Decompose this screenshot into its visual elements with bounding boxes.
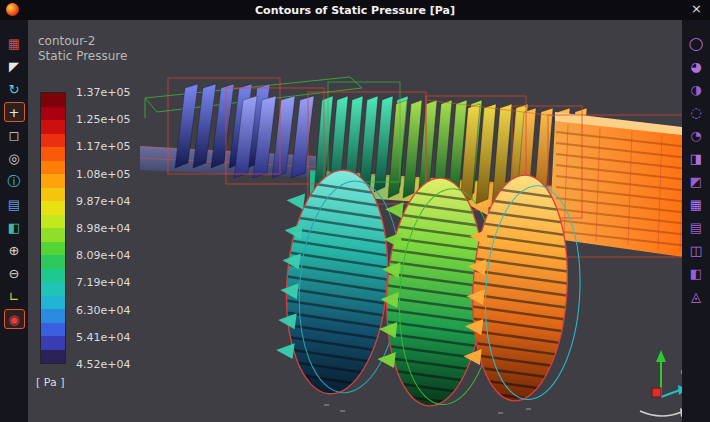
window-title: Contours of Static Pressure [Pa] [255, 4, 455, 17]
colorbar-tick-label: 6.30e+04 [76, 303, 130, 316]
colorbar-band [41, 323, 65, 337]
right-toolbar: ◯◕◑◌◔◨◩▦▤◫◧◬ [682, 20, 710, 422]
zoom-out-icon[interactable]: ⊖ [4, 263, 25, 283]
magnifier-icon[interactable]: ◎ [4, 148, 25, 168]
box-icon[interactable]: ◧ [686, 263, 707, 283]
colorbar-band [41, 350, 65, 364]
orbit-view-icon[interactable]: ◑ [686, 79, 707, 99]
graphics-viewport[interactable]: contour-2 Static Pressure 1.37e+051.25e+… [28, 20, 682, 422]
colorbar-unit: [ Pa ] [36, 376, 64, 389]
sphere-view-icon[interactable]: ◕ [686, 56, 707, 76]
legend-title: contour-2 Static Pressure [38, 34, 127, 64]
colorbar-band [41, 255, 65, 269]
zoom-box-icon[interactable]: ◻ [4, 125, 25, 145]
axes-icon[interactable]: ∟ [4, 286, 25, 306]
orientation-triad [640, 350, 682, 417]
grid-icon[interactable]: ▦ [686, 194, 707, 214]
colorbar-tick-label: 1.37e+05 [76, 86, 130, 99]
colorbar-tick-label: 7.19e+04 [76, 276, 130, 289]
colorbar [40, 92, 66, 364]
colorbar-band [41, 188, 65, 202]
display-panel-icon[interactable]: ▤ [4, 194, 25, 214]
rotate-object-icon[interactable]: ◔ [686, 125, 707, 145]
title-bar: Contours of Static Pressure [Pa] × [0, 0, 710, 20]
plot-icon[interactable]: ◩ [686, 171, 707, 191]
select-pointer-icon[interactable]: ◤ [4, 56, 25, 76]
colorbar-band [41, 228, 65, 242]
colorbar-tick-label: 4.52e+04 [76, 358, 130, 371]
colorbar-band [41, 120, 65, 134]
colorbar-tick-label: 5.41e+04 [76, 330, 130, 343]
list-icon[interactable]: ▤ [686, 217, 707, 237]
rotate-view-icon[interactable]: ↻ [4, 79, 25, 99]
colorbar-ticks: 1.37e+051.25e+051.17e+051.08e+059.87e+04… [76, 92, 148, 364]
section-ellipse-icon[interactable]: ◌ [686, 102, 707, 122]
colorbar-tick-label: 8.09e+04 [76, 249, 130, 262]
contour-field: Static Pressure [38, 49, 127, 64]
colorbar-band [41, 309, 65, 323]
close-icon[interactable]: × [691, 1, 702, 16]
colorbar-band [41, 296, 65, 310]
pan-view-icon[interactable]: + [4, 102, 25, 122]
colorbar-tick-label: 1.08e+05 [76, 167, 130, 180]
colorbar-band [41, 134, 65, 148]
probe-icon[interactable]: ◬ [686, 286, 707, 306]
left-toolbar: ▦◤↻+◻◎ⓘ▤◧⊕⊖∟◉ [0, 20, 28, 422]
camera-record-icon[interactable]: ◉ [4, 309, 25, 329]
colorbar-tick-label: 8.98e+04 [76, 222, 130, 235]
colorbar-tick-label: 1.25e+05 [76, 113, 130, 126]
colorbar-band [41, 269, 65, 283]
contour-name: contour-2 [38, 34, 127, 49]
colorbar-band [41, 107, 65, 121]
colorbar-band [41, 161, 65, 175]
colorbar-tick-label: 9.87e+04 [76, 194, 130, 207]
app-icon [6, 3, 19, 16]
colorbar-band [41, 147, 65, 161]
colorbar-band [41, 93, 65, 107]
panel-icon[interactable]: ◫ [686, 240, 707, 260]
contour-tool-icon[interactable]: ◧ [4, 217, 25, 237]
zoom-in-icon[interactable]: ⊕ [4, 240, 25, 260]
ellipse-view-icon[interactable]: ◯ [686, 33, 707, 53]
colorbar-band [41, 201, 65, 215]
colorbar-band [41, 336, 65, 350]
colorbar-band [41, 174, 65, 188]
mirror-icon[interactable]: ◨ [686, 148, 707, 168]
colorbar-band [41, 242, 65, 256]
info-icon[interactable]: ⓘ [4, 171, 25, 191]
scene-display-icon[interactable]: ▦ [4, 33, 25, 53]
colorbar-tick-label: 1.17e+05 [76, 140, 130, 153]
colorbar-band [41, 215, 65, 229]
colorbar-band [41, 282, 65, 296]
